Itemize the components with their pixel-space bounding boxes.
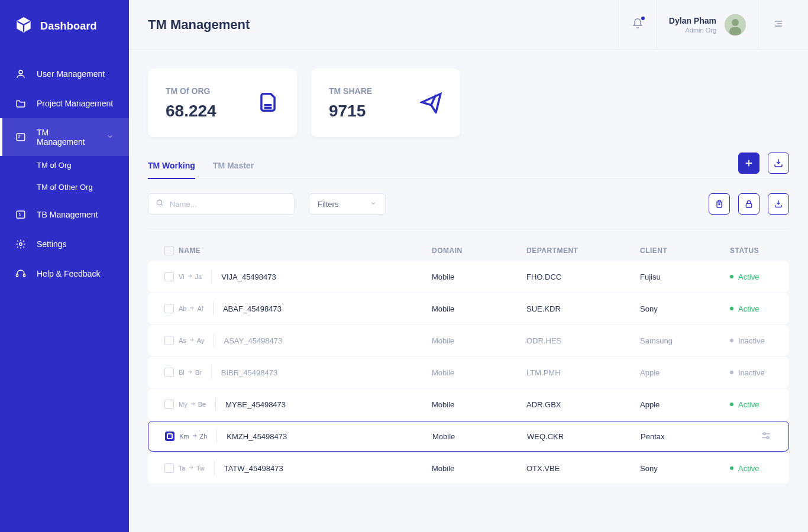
user-cell[interactable]: Dylan Pham Admin Org [657,0,758,49]
hamburger-cell [758,0,784,49]
row-name: VIJA_45498473 [221,273,276,281]
user-meta: Dylan Pham Admin Org [669,16,716,34]
table-row[interactable]: AbAfABAF_45498473MobileSUE.KDRSonyActive [148,293,789,324]
send-icon [420,91,442,116]
brand-title: Dashboard [40,20,97,33]
row-checkbox[interactable] [164,368,174,377]
notifications-cell [618,0,657,49]
sidebar-subitem-tm-of-other-org[interactable]: TM of Other Org [37,178,129,200]
status-cell: Active [730,304,773,313]
sidebar-header: Dashboard [0,0,129,53]
add-button[interactable] [738,153,759,174]
svg-rect-4 [17,274,18,277]
row-checkbox[interactable] [164,336,174,345]
column-department: DEPARTMENT [526,246,640,255]
lang-from: Bi [179,369,185,376]
arrow-right-icon [190,401,196,408]
table-row[interactable]: ViJaVIJA_45498473MobileFHO.DCCFujisuActi… [148,261,789,292]
svg-point-13 [767,436,768,438]
select-all-checkbox[interactable] [164,246,174,255]
row-department: FHO.DCC [526,273,640,281]
page-title: TM Management [148,17,250,33]
row-department: WEQ.CKR [527,432,641,441]
row-name: TATW_45498473 [224,464,283,473]
delete-button[interactable] [709,193,730,215]
language-pair: AsAy [179,334,214,347]
status-label: Inactive [738,336,765,345]
status-dot [730,275,733,278]
hamburger-icon[interactable] [773,18,784,32]
status-label: Active [738,400,759,409]
lang-to: Tw [196,465,205,472]
row-department: ODR.HES [526,336,640,345]
search-input[interactable] [148,193,295,215]
user-icon [15,69,26,79]
export-button[interactable] [768,153,789,174]
filter-actions [709,193,789,215]
user-role: Admin Org [669,27,716,34]
sidebar-subitem-tm-of-org[interactable]: TM of Org [37,156,129,178]
row-client: Apple [640,400,730,409]
row-client: Samsung [640,336,730,345]
row-checkbox[interactable] [165,432,174,441]
tab-tm-master[interactable]: TM Master [213,161,254,179]
row-client: Apple [640,368,730,377]
row-checkbox[interactable] [164,272,174,281]
sidebar-item-settings[interactable]: Settings [0,229,129,259]
table-row[interactable]: BiBrBIBR_45498473MobileLTM.PMHAppleInact… [148,357,789,388]
row-checkbox[interactable] [164,400,174,409]
sidebar-item-label: Settings [37,239,67,249]
status-dot [730,307,733,310]
table-row[interactable]: KmZhKMZH_45498473MobileWEQ.CKRPentax [148,421,789,452]
status-label: Inactive [738,368,765,377]
arrow-right-icon [189,305,195,312]
tabs-actions [738,153,789,174]
sidebar-item-project-management[interactable]: Project Management [0,89,129,118]
row-domain: Mobile [432,432,527,441]
filters-select[interactable]: Filters [309,193,386,215]
table: NAME DOMAIN DEPARTMENT CLIENT STATUS ViJ… [148,240,789,484]
download-button[interactable] [768,193,789,215]
sidebar-item-user-management[interactable]: User Management [0,59,129,89]
sidebar-nav: User Management Project Management TM Ma… [0,59,129,288]
sidebar: Dashboard User Management Project Manage… [0,0,129,532]
language-pair: AbAf [179,302,214,315]
table-row[interactable]: MyBeMYBE_45498473MobileADR.GBXAppleActiv… [148,389,789,420]
row-name: ABAF_45498473 [223,304,282,313]
row-name: BIBR_45498473 [221,368,277,377]
table-row[interactable]: TaTwTATW_45498473MobileOTX.VBESonyActive [148,453,789,484]
row-department: SUE.KDR [526,304,640,313]
lang-from: Ta [179,465,186,472]
sidebar-item-tb-management[interactable]: TB Management [0,200,129,229]
status-cell: Active [730,464,773,473]
tab-tm-working[interactable]: TM Working [148,161,195,179]
document-icon [257,91,279,116]
lang-from: As [179,337,186,344]
row-department: LTM.PMH [526,368,640,377]
svg-point-0 [19,70,22,74]
column-status: STATUS [730,246,773,255]
stat-value: 68.224 [166,102,257,121]
svg-rect-5 [24,274,25,277]
lang-to: Br [195,369,202,376]
status-dot [730,371,733,374]
arrow-right-icon [187,369,193,376]
lang-to: Ay [197,337,205,344]
table-row[interactable]: AsAyASAY_45498473MobileODR.HESSamsungIna… [148,325,789,356]
lang-to: Af [197,305,203,312]
row-checkbox[interactable] [164,463,174,473]
search-icon [156,199,164,209]
sidebar-item-help-feedback[interactable]: Help & Feedback [0,259,129,288]
sidebar-item-tm-management[interactable]: TM Management [0,118,129,156]
arrow-right-icon [192,433,198,440]
headset-icon [15,268,26,279]
row-actions-icon[interactable] [760,430,772,443]
language-pair: TaTw [179,462,215,475]
stat-card-tm-share: TM SHARE 9715 [311,69,460,137]
lock-button[interactable] [738,193,759,215]
row-checkbox[interactable] [164,304,174,313]
search-field[interactable] [170,200,287,209]
bell-icon[interactable] [632,18,644,32]
arrow-right-icon [189,337,195,344]
svg-rect-1 [17,134,25,141]
